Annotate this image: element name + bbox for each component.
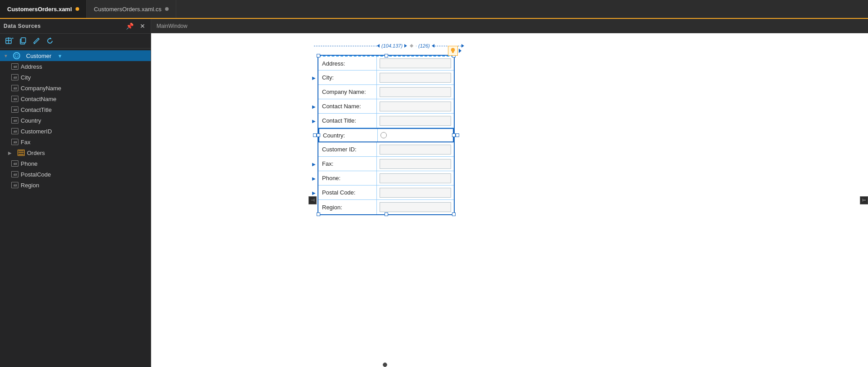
sidebar-title: Data Sources <box>4 23 41 29</box>
form-input-wrap-postalcode <box>377 186 454 199</box>
handle-br[interactable] <box>452 212 456 216</box>
sidebar-header: Data Sources 📌 ✕ <box>0 19 151 34</box>
edit-datasource-button[interactable] <box>31 36 42 46</box>
tree-item-address[interactable]: sbl Address <box>0 61 151 72</box>
form-row-phone: ▶ Phone: <box>318 171 454 186</box>
tree-item-customer[interactable]: ▼ Customer ▾ <box>0 50 151 61</box>
form-label-companyname: Company Name: <box>318 85 377 99</box>
form-input-fax[interactable] <box>380 159 451 169</box>
handle-tm[interactable] <box>385 54 388 57</box>
form-input-phone[interactable] <box>380 173 451 183</box>
tree-item-country[interactable]: sbl Country <box>0 115 151 126</box>
tree-item-orders[interactable]: ▶ Orders <box>0 147 151 158</box>
nav-arrow-city: ▶ <box>312 75 316 80</box>
country-field-icon: sbl <box>11 116 19 124</box>
tab-xaml-dot <box>76 7 79 11</box>
tree-item-contacttitle[interactable]: sbl ContactTitle <box>0 104 151 115</box>
form-label-fax: Fax: <box>318 157 377 171</box>
tree-label-city: City <box>21 74 31 81</box>
handle-tl[interactable] <box>317 54 320 57</box>
city-field-icon: sbl <box>11 73 19 81</box>
form-row-city: ▶ City: <box>318 71 454 85</box>
copy-datasource-button[interactable] <box>17 36 29 46</box>
form-input-address[interactable] <box>380 58 451 68</box>
form-row-contacttitle: ▶ Contact Title: <box>318 114 454 128</box>
left-resize-handle[interactable]: ⊣ <box>309 196 317 204</box>
form-input-wrap-address <box>377 57 454 70</box>
form-input-postalcode[interactable] <box>380 188 451 198</box>
form-row-contactname: ▶ Contact Name: <box>318 99 454 114</box>
fax-field-icon: sbl <box>11 138 19 146</box>
tree-item-phone[interactable]: sbl Phone <box>0 158 151 169</box>
contactname-field-icon: sbl <box>11 95 19 103</box>
form-radio-country[interactable] <box>380 132 387 138</box>
tree-item-postalcode[interactable]: sbl PostalCode <box>0 169 151 180</box>
smart-tag-area <box>448 46 461 56</box>
form-row-address: Address: <box>318 56 454 71</box>
tab-xaml[interactable]: CustomersOrders.xaml <box>0 0 87 18</box>
form-label-contacttitle: Contact Title: <box>318 114 377 128</box>
tree-label-postalcode: PostalCode <box>21 171 51 178</box>
svg-marker-7 <box>50 37 52 39</box>
pin-icon[interactable]: 📌 <box>124 22 135 31</box>
form-input-wrap-contactname <box>377 99 454 113</box>
form-label-customerid: Customer ID: <box>318 142 377 156</box>
form-label-country: Country: <box>319 129 378 141</box>
form-input-region[interactable] <box>380 202 451 212</box>
tree-item-companyname[interactable]: sbl CompanyName <box>0 83 151 93</box>
smart-tag-button[interactable] <box>448 46 458 56</box>
handle-ml[interactable] <box>317 133 320 137</box>
data-source-tree: ▼ Customer ▾ sbl Address sbl City <box>0 49 151 367</box>
dimension-line-area: (104.137) (126) <box>314 41 464 50</box>
close-panel-icon[interactable]: ✕ <box>138 22 147 31</box>
form-panel[interactable]: Address: ▶ City: Company Name: <box>318 55 455 215</box>
tree-item-city[interactable]: sbl City <box>0 72 151 83</box>
form-row-customerid: Customer ID: <box>318 142 454 157</box>
tree-label-fax: Fax <box>21 139 31 146</box>
form-label-region: Region: <box>318 200 377 214</box>
form-input-contacttitle[interactable] <box>380 116 451 126</box>
handle-mr[interactable] <box>452 133 456 137</box>
tab-xaml-label: CustomersOrders.xaml <box>7 6 72 13</box>
form-input-wrap-customerid <box>377 142 454 156</box>
tree-item-fax[interactable]: sbl Fax <box>0 137 151 147</box>
nav-arrow-contacttitle: ▶ <box>312 118 316 123</box>
form-input-companyname[interactable] <box>380 87 451 97</box>
right-resize-handle[interactable]: ⊢ <box>860 196 868 204</box>
main-area: Data Sources 📌 ✕ + <box>0 19 868 367</box>
form-label-contactname: Contact Name: <box>318 99 377 113</box>
customerid-field-icon: sbl <box>11 127 19 135</box>
add-datasource-button[interactable]: + <box>4 36 15 46</box>
form-input-contactname[interactable] <box>380 102 451 111</box>
form-input-wrap-contacttitle <box>377 114 454 128</box>
form-row-fax: ▶ Fax: <box>318 157 454 171</box>
form-label-city: City: <box>318 71 377 84</box>
tree-label-country: Country <box>21 117 41 124</box>
tab-xaml-cs[interactable]: CustomersOrders.xaml.cs <box>87 0 176 18</box>
data-sources-panel: Data Sources 📌 ✕ + <box>0 19 151 367</box>
tree-item-customerid[interactable]: sbl CustomerID <box>0 126 151 137</box>
country-row-left-handle[interactable] <box>313 133 317 137</box>
refresh-datasource-button[interactable] <box>44 36 56 46</box>
tree-expand-customer[interactable]: ▼ <box>4 53 11 58</box>
form-input-customerid[interactable] <box>380 145 451 155</box>
phone-field-icon: sbl <box>11 159 19 168</box>
country-row-right-handle[interactable] <box>456 133 459 137</box>
handle-bl[interactable] <box>317 212 320 216</box>
tab-xaml-cs-label: CustomersOrders.xaml.cs <box>94 6 161 13</box>
tree-label-phone: Phone <box>21 160 38 167</box>
tree-item-contactname[interactable]: sbl ContactName <box>0 93 151 104</box>
design-canvas[interactable]: (104.137) (126) <box>151 33 868 367</box>
tree-item-region[interactable]: sbl Region <box>0 180 151 190</box>
customer-dropdown-arrow[interactable]: ▾ <box>58 53 62 59</box>
handle-bm[interactable] <box>385 212 388 216</box>
main-window-label: MainWindow <box>157 23 188 29</box>
postalcode-field-icon: sbl <box>11 170 19 178</box>
dimension-right-label: (126) <box>418 43 430 49</box>
tree-label-contactname: ContactName <box>21 96 56 102</box>
address-field-icon: sbl <box>11 62 19 71</box>
form-input-city[interactable] <box>380 73 451 83</box>
form-input-wrap-city <box>377 71 454 84</box>
orders-table-icon <box>17 149 25 157</box>
tree-expand-orders[interactable]: ▶ <box>8 150 15 155</box>
